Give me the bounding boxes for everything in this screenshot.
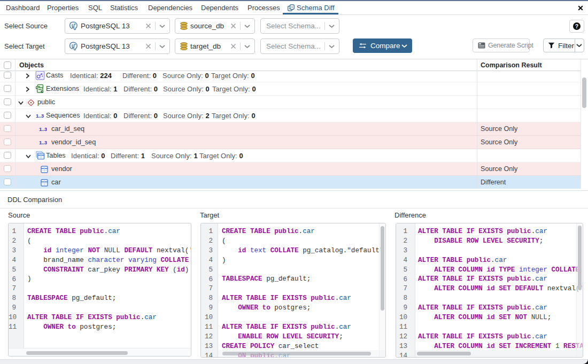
svg-text:?: ? <box>575 23 578 29</box>
